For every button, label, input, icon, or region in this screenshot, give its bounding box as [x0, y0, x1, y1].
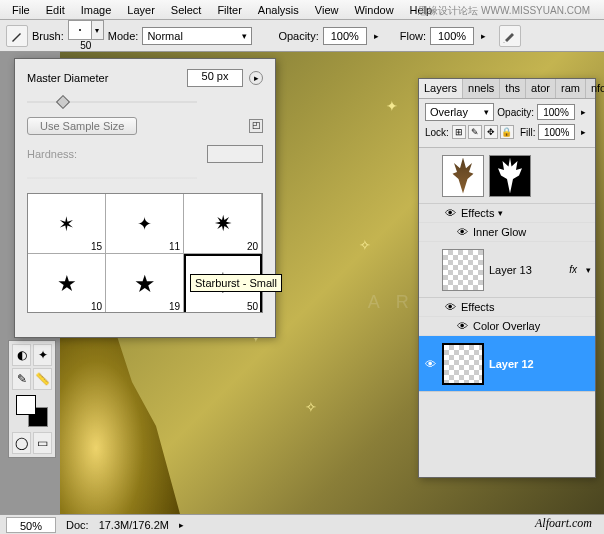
color-swatch[interactable]: [16, 395, 48, 427]
collapse-icon[interactable]: ▾: [586, 265, 591, 275]
visibility-icon[interactable]: [423, 263, 437, 277]
lock-position-icon[interactable]: ✥: [484, 125, 498, 139]
fill-input[interactable]: 100%: [538, 124, 575, 140]
effect-color-overlay[interactable]: 👁 Color Overlay: [419, 317, 595, 336]
tab-paths[interactable]: ths: [500, 79, 526, 98]
menu-edit[interactable]: Edit: [38, 2, 73, 18]
collapse-icon[interactable]: ▾: [498, 208, 503, 218]
tab-histogram[interactable]: ram: [556, 79, 586, 98]
visibility-icon[interactable]: [423, 169, 437, 183]
effects-label: Effects: [461, 207, 494, 219]
menu-file[interactable]: File: [4, 2, 38, 18]
effects-row[interactable]: 👁 Effects: [419, 298, 595, 317]
airbrush-icon[interactable]: [499, 25, 521, 47]
brush-preset-panel: Master Diameter 50 px ▸ Use Sample Size …: [14, 58, 276, 338]
layer-thumb[interactable]: [442, 343, 484, 385]
layer-row-tree[interactable]: [419, 148, 595, 204]
menu-view[interactable]: View: [307, 2, 347, 18]
brush-tooltip: Starburst - Small: [190, 274, 282, 292]
doc-label: Doc:: [66, 519, 89, 531]
layer-mask-thumb[interactable]: [489, 155, 531, 197]
brush-cell-size: 11: [169, 241, 180, 252]
effects-row[interactable]: 👁 Effects ▾: [419, 204, 595, 223]
brush-preview[interactable]: [68, 20, 92, 40]
mode-select[interactable]: Normal▾: [142, 27, 252, 45]
layers-opacity-input[interactable]: 100%: [537, 104, 575, 120]
wand-tool[interactable]: ✦: [33, 344, 52, 366]
lock-transparency-icon[interactable]: ⊞: [452, 125, 466, 139]
brush-cell[interactable]: ✶15: [28, 194, 106, 254]
visibility-icon[interactable]: 👁: [443, 300, 457, 314]
tab-info[interactable]: nfo: [586, 79, 604, 98]
layer-row-13[interactable]: Layer 13 fx ▾: [419, 242, 595, 298]
brush-cell-size: 20: [247, 241, 258, 252]
ruler-tool[interactable]: 📏: [33, 368, 52, 390]
effect-label: Inner Glow: [473, 226, 526, 238]
lock-label: Lock:: [425, 127, 449, 138]
flow-arrow[interactable]: ▸: [478, 31, 489, 41]
opacity-input[interactable]: 100%: [323, 27, 367, 45]
fill-slider-arrow[interactable]: ▸: [578, 127, 589, 137]
quickmask-icon[interactable]: ◯: [12, 432, 31, 454]
lock-pixels-icon[interactable]: ✎: [468, 125, 482, 139]
lock-all-icon[interactable]: 🔒: [500, 125, 514, 139]
foreground-color[interactable]: [16, 395, 36, 415]
zoom-input[interactable]: 50%: [6, 517, 56, 533]
screenmode-icon[interactable]: ▭: [33, 432, 52, 454]
layer-thumb[interactable]: [442, 155, 484, 197]
brush-cell-size: 19: [169, 301, 180, 312]
brush-cell[interactable]: ✷20: [184, 194, 262, 254]
brush-cell[interactable]: ★19: [106, 254, 184, 313]
menu-layer[interactable]: Layer: [119, 2, 163, 18]
blend-mode-value: Overlay: [430, 106, 468, 118]
blend-mode-select[interactable]: Overlay▾: [425, 103, 494, 121]
master-diameter-input[interactable]: 50 px: [187, 69, 243, 87]
effect-inner-glow[interactable]: 👁 Inner Glow: [419, 223, 595, 242]
panel-flyout-icon[interactable]: ▸: [249, 71, 263, 85]
tab-layers[interactable]: Layers: [419, 79, 463, 98]
doc-flyout-icon[interactable]: ▸: [179, 520, 184, 530]
visibility-icon[interactable]: 👁: [455, 319, 469, 333]
opacity-arrow[interactable]: ▸: [371, 31, 382, 41]
effect-label: Color Overlay: [473, 320, 540, 332]
menu-analysis[interactable]: Analysis: [250, 2, 307, 18]
mode-label: Mode:: [108, 30, 139, 42]
brush-size-number: 50: [80, 40, 91, 51]
menu-window[interactable]: Window: [346, 2, 401, 18]
brush-tool-icon[interactable]: [6, 25, 28, 47]
use-sample-size-button[interactable]: Use Sample Size: [27, 117, 137, 135]
menu-image[interactable]: Image: [73, 2, 120, 18]
master-diameter-label: Master Diameter: [27, 72, 181, 84]
layer-row-12-selected[interactable]: 👁 Layer 12: [419, 336, 595, 392]
tab-channels[interactable]: nnels: [463, 79, 500, 98]
fill-label: Fill:: [520, 127, 536, 138]
layer-name: Layer 12: [489, 358, 534, 370]
brush-cell-size: 15: [91, 241, 102, 252]
menu-filter[interactable]: Filter: [209, 2, 249, 18]
tab-navigator[interactable]: ator: [526, 79, 556, 98]
sparkle-icon: ✧: [359, 237, 371, 253]
fx-badge[interactable]: fx: [569, 264, 581, 275]
visibility-icon[interactable]: 👁: [423, 357, 437, 371]
flow-input[interactable]: 100%: [430, 27, 474, 45]
eyedropper-tool[interactable]: ✎: [12, 368, 31, 390]
brush-dropdown-arrow[interactable]: ▾: [92, 20, 104, 40]
opacity-label: Opacity:: [278, 30, 318, 42]
brush-cell-size: 10: [91, 301, 102, 312]
brush-cell-size: 50: [247, 301, 258, 312]
visibility-icon[interactable]: 👁: [455, 225, 469, 239]
doc-size: 17.3M/176.2M: [99, 519, 169, 531]
options-bar: Brush: ▾ 50 Mode: Normal▾ Opacity: 100% …: [0, 20, 604, 52]
brush-cell[interactable]: ✦11: [106, 194, 184, 254]
diameter-slider[interactable]: [27, 95, 197, 109]
visibility-icon[interactable]: 👁: [443, 206, 457, 220]
brush-cell[interactable]: ★10: [28, 254, 106, 313]
hardness-label: Hardness:: [27, 148, 201, 160]
hardness-input: [207, 145, 263, 163]
menu-select[interactable]: Select: [163, 2, 210, 18]
new-preset-icon[interactable]: ◰: [249, 119, 263, 133]
layer-thumb[interactable]: [442, 249, 484, 291]
lasso-tool[interactable]: ◐: [12, 344, 31, 366]
opacity-slider-arrow[interactable]: ▸: [578, 107, 589, 117]
mode-value: Normal: [147, 30, 182, 42]
